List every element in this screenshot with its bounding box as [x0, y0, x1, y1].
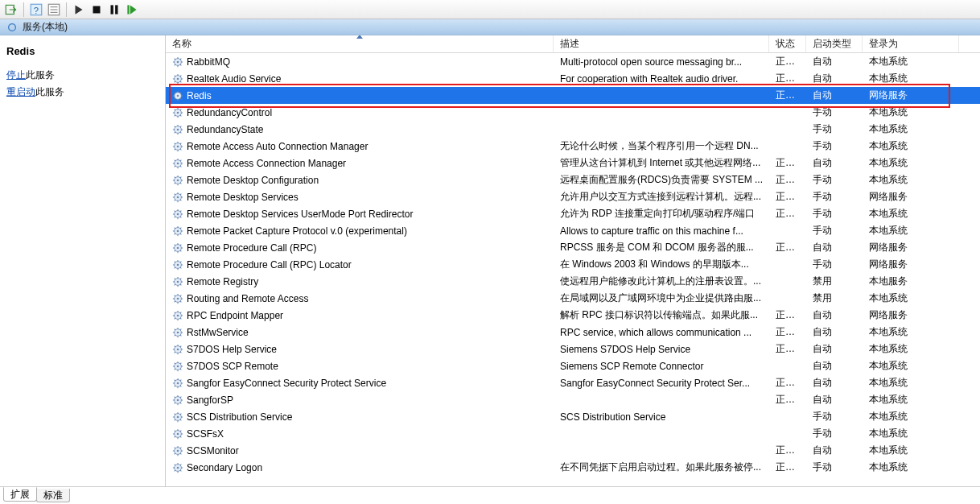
service-name-label: S7DOS SCP Remote — [187, 361, 278, 372]
gear-icon — [172, 411, 183, 423]
action-link[interactable]: 停止 — [6, 69, 26, 81]
pause-icon[interactable] — [106, 2, 122, 18]
column-header-name[interactable]: 名称 — [166, 35, 554, 52]
cell-name: Secondary Logon — [166, 462, 554, 473]
cell-status: 正在... — [769, 308, 806, 322]
svg-line-261 — [180, 470, 181, 471]
service-name-label: RedundancyControl — [187, 107, 272, 118]
properties-icon[interactable] — [46, 2, 62, 18]
cell-description: 在 Windows 2003 和 Windows 的早期版本... — [554, 258, 769, 271]
svg-point-25 — [177, 77, 179, 80]
cell-logon: 网络服务 — [863, 308, 959, 322]
svg-line-250 — [175, 447, 175, 448]
cell-logon: 本地系统 — [863, 173, 959, 187]
cell-logon: 本地系统 — [863, 342, 959, 356]
column-header-description[interactable]: 描述 — [554, 35, 769, 52]
svg-line-23 — [180, 58, 181, 59]
cell-status: 正在... — [769, 156, 806, 170]
svg-line-162 — [175, 301, 175, 302]
service-row[interactable]: RPC Endpoint Mapper解析 RPC 接口标识符以传输端点。如果此… — [166, 307, 980, 324]
cell-name: Remote Access Connection Manager — [166, 158, 554, 169]
gear-icon — [172, 293, 183, 304]
gear-icon — [172, 344, 183, 355]
service-row[interactable]: Remote Access Connection Manager管理从这台计算机… — [166, 155, 980, 171]
cell-logon: 本地系统 — [863, 207, 959, 221]
cell-description: 远程桌面配置服务(RDCS)负责需要 SYSTEM ... — [554, 173, 769, 187]
svg-point-45 — [177, 111, 179, 114]
service-row[interactable]: S7DOS Help ServiceSiemens S7DOS Help Ser… — [166, 341, 980, 357]
svg-line-253 — [180, 447, 181, 448]
service-row[interactable]: Redis正在...自动网络服务 — [166, 87, 980, 104]
svg-line-50 — [175, 109, 175, 109]
column-header-status[interactable]: 状态 — [769, 35, 806, 52]
svg-line-131 — [180, 250, 181, 251]
service-name-label: Remote Desktop Services — [187, 192, 299, 203]
service-row[interactable]: RstMwServiceRPC service, which allows co… — [166, 324, 980, 341]
service-row[interactable]: Remote Registry使远程用户能修改此计算机上的注册表设置。...禁用… — [166, 273, 980, 290]
stop-icon[interactable] — [89, 2, 105, 18]
svg-line-233 — [180, 413, 181, 414]
tab-standard[interactable]: 标准 — [36, 489, 70, 502]
svg-line-83 — [180, 159, 181, 160]
service-row[interactable]: Routing and Remote Access在局域网以及广域网环境中为企业… — [166, 290, 980, 307]
action-link[interactable]: 重启动 — [6, 86, 35, 97]
cell-status: 正在... — [769, 376, 806, 390]
svg-line-152 — [175, 284, 175, 285]
svg-point-235 — [177, 432, 179, 435]
service-row[interactable]: Remote Desktop Configuration远程桌面配置服务(RDC… — [166, 171, 980, 188]
cell-status: 正在... — [769, 89, 806, 102]
header-bar: 服务(本地) — [0, 19, 980, 35]
service-row[interactable]: RedundancyState手动本地系统 — [166, 121, 980, 138]
cell-logon: 本地系统 — [863, 72, 959, 85]
service-name-label: SCSMonitor — [187, 445, 239, 456]
svg-line-92 — [175, 183, 175, 184]
service-row[interactable]: Remote Desktop Services允许用户以交互方式连接到远程计算机… — [166, 188, 980, 205]
column-header-logon[interactable]: 登录为 — [863, 35, 959, 52]
column-header-startup[interactable]: 启动类型 — [806, 35, 863, 52]
service-name-label: Remote Packet Capture Protocol v.0 (expe… — [187, 225, 407, 237]
service-row[interactable]: Remote Access Auto Connection Manager无论什… — [166, 138, 980, 155]
svg-line-153 — [180, 278, 181, 279]
restart-icon[interactable] — [124, 2, 140, 18]
cell-logon: 网络服务 — [863, 258, 959, 271]
cell-description: RPC service, which allows communication … — [554, 327, 769, 338]
cell-description: 无论什么时候，当某个程序引用一个远程 DN... — [554, 139, 769, 153]
gear-icon — [172, 209, 183, 220]
service-row[interactable]: Secondary Logon在不同凭据下启用启动过程。如果此服务被停...正在… — [166, 459, 980, 476]
help-icon[interactable]: ? — [28, 2, 44, 18]
service-row[interactable]: Remote Procedure Call (RPC)RPCSS 服务是 COM… — [166, 239, 980, 256]
svg-line-240 — [175, 430, 175, 431]
service-action-link: 停止此服务 — [6, 68, 159, 82]
refresh-icon — [6, 22, 18, 33]
service-row[interactable]: SCSMonitor正在...自动本地系统 — [166, 442, 980, 459]
svg-text:?: ? — [34, 5, 39, 14]
start-icon[interactable] — [71, 2, 87, 18]
export-icon[interactable] — [3, 2, 19, 18]
service-row[interactable]: RabbitMQMulti-protocol open source messa… — [166, 53, 980, 70]
service-row[interactable]: RedundancyControl手动本地系统 — [166, 104, 980, 121]
svg-rect-8 — [93, 6, 101, 13]
svg-line-183 — [180, 328, 181, 329]
list-header: 名称 描述 状态 启动类型 登录为 — [166, 35, 980, 53]
service-row[interactable]: Remote Packet Capture Protocol v.0 (expe… — [166, 222, 980, 239]
service-name-label: Remote Desktop Configuration — [187, 175, 319, 186]
service-row[interactable]: SangforSP正在...自动本地系统 — [166, 391, 980, 408]
tab-extended[interactable]: 扩展 — [3, 487, 37, 502]
service-row[interactable]: S7DOS SCP RemoteSiemens SCP Remote Conne… — [166, 357, 980, 374]
service-row[interactable]: Realtek Audio ServiceFor cooperation wit… — [166, 70, 980, 87]
svg-line-172 — [175, 318, 175, 319]
service-list[interactable]: RabbitMQMulti-protocol open source messa… — [166, 53, 980, 485]
cell-description: Siemens SCP Remote Connector — [554, 361, 769, 372]
gear-icon — [172, 192, 183, 203]
cell-description: Sangfor EasyConnect Security Protect Ser… — [554, 378, 769, 389]
service-row[interactable]: SCSFsX手动本地系统 — [166, 425, 980, 442]
svg-line-72 — [175, 149, 175, 150]
service-row[interactable]: Sangfor EasyConnect Security Protect Ser… — [166, 374, 980, 391]
svg-line-103 — [180, 193, 181, 194]
svg-line-182 — [175, 335, 175, 336]
service-row[interactable]: Remote Procedure Call (RPC) Locator在 Win… — [166, 256, 980, 273]
service-row[interactable]: Remote Desktop Services UserMode Port Re… — [166, 205, 980, 222]
service-row[interactable]: SCS Distribution ServiceSCS Distribution… — [166, 408, 980, 425]
svg-line-143 — [180, 261, 181, 262]
gear-icon — [172, 428, 183, 440]
